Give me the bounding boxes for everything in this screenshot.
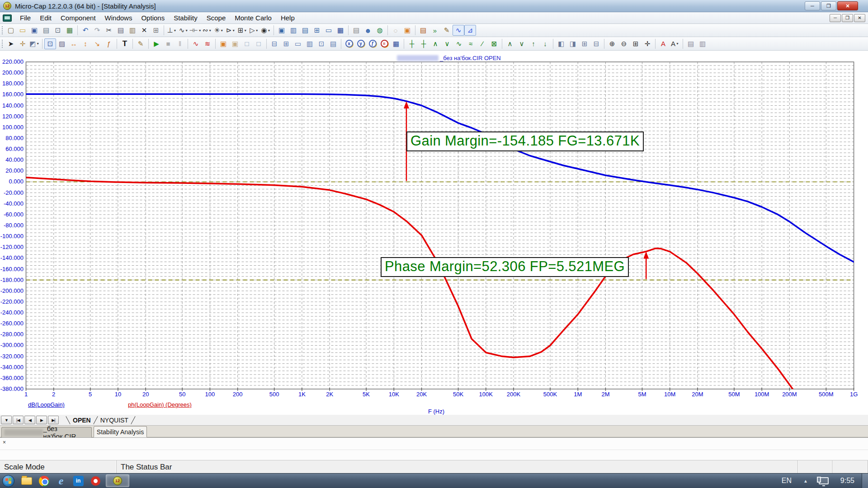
gain-margin-annotation[interactable]: Gain Margin=-154.185 FG=13.671K (406, 131, 644, 151)
analysis-plot-toggle-icon[interactable]: ∿ (453, 25, 464, 36)
toolbar-drag-handle[interactable] (1, 39, 4, 48)
menu-stability[interactable]: Stability (169, 13, 202, 23)
font-color-icon[interactable]: A (657, 38, 669, 49)
tab-stability-analysis[interactable]: Stability Analysis (94, 426, 147, 437)
copy-icon[interactable]: ▤ (115, 25, 127, 36)
menu-options[interactable]: Options (137, 13, 169, 23)
page-copy-icon[interactable]: ▤ (685, 38, 697, 49)
capacitor-icon[interactable]: ⊣⊢▼ (189, 25, 201, 36)
sine-source-icon-dropdown[interactable]: ▼ (185, 29, 188, 32)
pane-right-icon[interactable]: ◨ (567, 38, 579, 49)
y-axis-settings-icon[interactable]: y (355, 38, 367, 49)
opamp-icon[interactable]: ▷▼ (248, 25, 260, 36)
go-bottom-icon[interactable]: ↓ (539, 38, 551, 49)
breakpoint-icon[interactable]: □ (253, 38, 264, 49)
tile-horizontal-icon[interactable]: ▤ (299, 25, 311, 36)
window-orange-icon[interactable]: ▣ (401, 25, 413, 36)
taskbar-microcap-icon[interactable]: 12 (106, 474, 129, 487)
diode-icon-dropdown[interactable]: ▼ (232, 29, 235, 32)
menu-scope[interactable]: Scope (202, 13, 231, 23)
select-mode-icon[interactable]: ➤ (5, 38, 17, 49)
high-point-icon[interactable]: ∧ (504, 38, 516, 49)
maximize-window-icon[interactable]: ▭ (323, 25, 335, 36)
watch-icon[interactable]: ▣ (229, 38, 241, 49)
fx-settings-icon[interactable]: ƒ (367, 38, 378, 49)
transistor-icon-dropdown[interactable]: ▼ (220, 29, 223, 32)
tools-icon[interactable]: ✎ (441, 25, 453, 36)
select-all-icon[interactable]: ⊞ (150, 25, 162, 36)
show-desktop-button[interactable] (862, 474, 868, 488)
network-tray-icon[interactable] (819, 477, 829, 484)
restore-button[interactable]: ❐ (821, 1, 836, 10)
pane-left-icon[interactable]: ◧ (555, 38, 567, 49)
bode-plot-canvas[interactable] (0, 51, 868, 415)
macro-component-icon[interactable]: ◉▼ (260, 25, 272, 36)
zoom-box-icon[interactable]: ⊡ (44, 38, 56, 49)
step-1-icon[interactable]: ⊞ (280, 38, 292, 49)
text-mode-icon[interactable]: T (119, 38, 131, 49)
circuit-window-icon[interactable] (3, 14, 12, 22)
component-mode-icon[interactable]: ◩▼ (28, 38, 40, 49)
scope-tab-open[interactable]: OPEN (73, 417, 91, 424)
run-analysis-icon[interactable]: ▶ (151, 38, 162, 49)
zoom-out-icon[interactable]: ⊖ (618, 38, 630, 49)
language-indicator[interactable]: EN (782, 477, 792, 485)
split-window-icon[interactable]: ⊞ (311, 25, 323, 36)
optimize-icon[interactable]: ▣ (217, 38, 229, 49)
calculator-icon[interactable]: ▦ (335, 25, 346, 36)
clock[interactable]: 9:55 (840, 477, 854, 485)
ic-component-icon[interactable]: ⊞▼ (236, 25, 248, 36)
signal-plot-toggle-icon[interactable]: ⊿ (464, 25, 476, 36)
wave-icon[interactable]: ∿ (453, 38, 465, 49)
state-variables-icon[interactable]: □ (241, 38, 253, 49)
sine-source-icon[interactable]: ∿▼ (178, 25, 189, 36)
tab-circuit-file[interactable]: _без на'бок.CIR (1, 427, 92, 437)
close-pane-icon[interactable]: × (3, 439, 6, 446)
close-button[interactable]: ✕ (837, 1, 858, 10)
valley-icon[interactable]: ∨ (441, 38, 453, 49)
component-mode-icon-dropdown[interactable]: ▼ (36, 42, 39, 45)
new-file-icon[interactable]: ▢ (5, 25, 17, 36)
menu-settings-icon[interactable]: ≡ (378, 38, 390, 49)
undo-icon[interactable]: ↶ (80, 25, 91, 36)
phase-margin-annotation[interactable]: Phase Margin=52.306 FP=5.521MEG (381, 257, 629, 277)
tile-vertical-icon[interactable]: ▥ (288, 25, 299, 36)
inductor-icon[interactable]: ∾▼ (201, 25, 213, 36)
font-settings-icon-dropdown[interactable]: ▼ (676, 42, 679, 45)
save-file-icon[interactable]: ▣ (28, 25, 40, 36)
low-point-icon[interactable]: ∨ (516, 38, 528, 49)
child-minimize-button[interactable]: ─ (830, 14, 841, 22)
step-5-icon[interactable]: ▤ (327, 38, 339, 49)
pause-analysis-icon[interactable]: ‖ (174, 38, 186, 49)
formula-text-icon[interactable]: ƒ (103, 38, 115, 49)
scale-mode-icon[interactable]: ↔ (68, 38, 80, 49)
stop-analysis-icon[interactable]: ■ (162, 38, 174, 49)
ground-component-icon[interactable]: ⊥▼ (166, 25, 178, 36)
last-plot-button[interactable]: ▶| (48, 416, 59, 424)
graph-properties-icon[interactable]: ▨ (56, 38, 68, 49)
step-4-icon[interactable]: ⊡ (316, 38, 327, 49)
cascade-windows-icon[interactable]: ▣ (276, 25, 288, 36)
print-icon[interactable]: ▦ (64, 25, 75, 36)
stepping-red-icon[interactable]: ≋ (202, 38, 213, 49)
scope-list-button[interactable]: ▼ (1, 416, 12, 424)
print-preview-icon[interactable]: ⊡ (52, 25, 64, 36)
page-props-icon[interactable]: ▥ (697, 38, 708, 49)
point-tag-icon[interactable]: ↘ (91, 38, 103, 49)
font-settings-icon[interactable]: A▼ (669, 38, 681, 49)
checklist-icon[interactable]: ▤ (417, 25, 429, 36)
paste-icon[interactable]: ▥ (127, 25, 138, 36)
tracker-icon[interactable]: ┼ (418, 38, 429, 49)
x-axis-settings-icon[interactable]: x (343, 38, 355, 49)
menu-edit[interactable]: Edit (35, 13, 56, 23)
ground-component-icon-dropdown[interactable]: ▼ (174, 29, 177, 32)
single-pane-icon[interactable]: ⊟ (590, 38, 602, 49)
macro-component-icon-dropdown[interactable]: ▼ (268, 29, 271, 32)
menu-windows[interactable]: Windows (100, 13, 137, 23)
cursor-mode-icon[interactable]: ↕ (80, 38, 91, 49)
next-plot-button[interactable]: ▶ (36, 416, 47, 424)
properties-icon[interactable]: ✎ (135, 38, 146, 49)
component-info-icon[interactable]: ▤ (350, 25, 362, 36)
menu-file[interactable]: File (15, 13, 35, 23)
step-2-icon[interactable]: ▭ (292, 38, 304, 49)
